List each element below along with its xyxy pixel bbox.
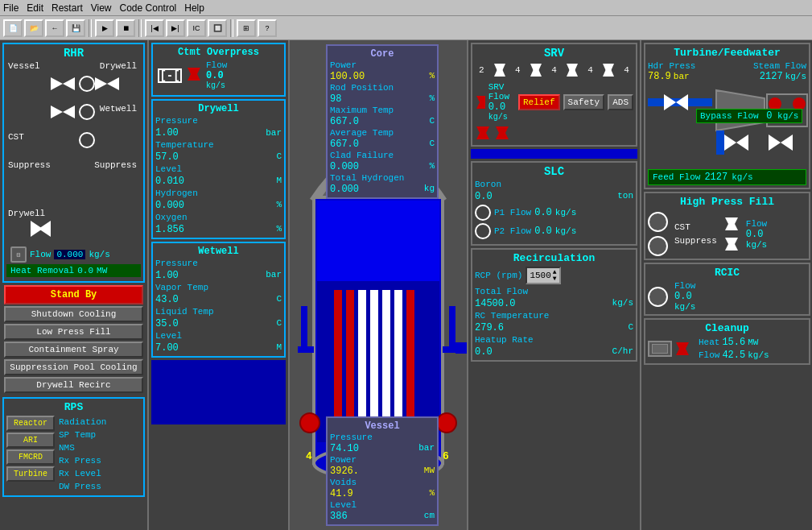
rps-nms[interactable]: NMS <box>57 441 141 454</box>
cleanup-heat-value[interactable]: 15.6 <box>722 337 745 348</box>
ww-press-value[interactable]: 1.00 <box>155 270 179 281</box>
ww-ltemp-unit: C <box>276 318 282 329</box>
heat-removal-value[interactable]: 0.0 <box>77 266 93 275</box>
feed-flow-value[interactable]: 2127 <box>704 172 728 183</box>
menu-code-control[interactable]: Code Control <box>120 2 177 14</box>
containment-spray-btn[interactable]: Containment Spray <box>4 342 143 358</box>
menu-help[interactable]: Help <box>184 2 204 14</box>
dw-o2-value[interactable]: 1.856 <box>155 224 184 235</box>
rps-rx-press[interactable]: Rx Press <box>57 454 141 467</box>
vessel-press-value[interactable]: 74.10 <box>330 443 359 454</box>
shutdown-cooling-btn[interactable]: Shutdown Cooling <box>4 306 143 322</box>
suppression-pool-cooling-btn[interactable]: Suppression Pool Cooling <box>4 359 143 375</box>
max-temp-value[interactable]: 667.0 <box>330 116 359 127</box>
total-flow-value[interactable]: 14500.0 <box>475 298 515 309</box>
rps-sp-temp[interactable]: SP Temp <box>57 429 141 441</box>
boron-value[interactable]: 0.0 <box>475 191 493 202</box>
toolbar-back[interactable]: ← <box>45 19 64 37</box>
ads-btn[interactable]: ADS <box>608 94 633 110</box>
heatup-value[interactable]: 0.0 <box>475 346 493 358</box>
rps-title: RPS <box>6 401 141 413</box>
clad-value[interactable]: 0.000 <box>330 161 359 172</box>
avg-temp-value[interactable]: 667.0 <box>330 139 359 150</box>
svg-marker-53 <box>664 94 676 110</box>
hdr-press-value[interactable]: 78.9 <box>648 71 671 82</box>
suppress-label: Suppress <box>8 160 51 170</box>
rcic-panel: RCIC Flow 0.0 kg/s <box>644 263 810 316</box>
toolbar-run[interactable]: ▶ <box>95 19 114 37</box>
recirc-title: Recirculation <box>475 252 633 264</box>
h2-value[interactable]: 0.000 <box>330 184 359 195</box>
dw-press-label: Pressure <box>155 116 198 126</box>
toolbar-save[interactable]: 💾 <box>66 19 85 37</box>
fmcrd-btn[interactable]: FMCRD <box>6 449 55 465</box>
srv-flow-value[interactable]: 0.0 <box>488 101 515 113</box>
toolbar-step-back[interactable]: |◀ <box>145 19 164 37</box>
toolbar-help[interactable]: ? <box>258 19 277 37</box>
p1-flow-value[interactable]: 0.0 <box>534 207 552 218</box>
dw-press-value[interactable]: 1.00 <box>155 127 179 139</box>
main-content: RHR Vessel Drywell <box>0 40 812 530</box>
rcp-down-arrow[interactable]: ▼ <box>553 275 557 282</box>
toolbar-stop[interactable]: ⏹ <box>116 19 135 37</box>
rps-dw-press[interactable]: DW Press <box>57 480 141 493</box>
vessel-level-label: Level <box>330 500 357 510</box>
srv-flow-label: SRV Flow <box>488 82 515 101</box>
vessel-voids-unit: % <box>429 488 435 499</box>
toolbar-ic2[interactable]: 🔲 <box>208 19 227 37</box>
h2-unit: kg <box>424 184 435 195</box>
toolbar-ic[interactable]: IC <box>187 19 206 37</box>
safety-btn[interactable]: Safety <box>563 94 605 110</box>
cleanup-flow-value[interactable]: 42.5 <box>722 350 745 361</box>
menu-view[interactable]: View <box>91 2 112 14</box>
rps-rx-level[interactable]: Rx Level <box>57 467 141 480</box>
flow-value[interactable]: 0.000 <box>54 250 85 259</box>
drywell-box: Drywell Pressure 1.00 bar Temperature 57… <box>151 99 286 239</box>
rc-temp-unit: C <box>628 322 633 333</box>
menu-file[interactable]: File <box>3 2 19 14</box>
relief-btn[interactable]: Relief <box>518 94 560 110</box>
rcic-flow-value[interactable]: 0.0 <box>674 291 695 302</box>
drywell-recirc-btn[interactable]: Drywell Recirc <box>4 377 143 393</box>
rcp-value[interactable]: 1500 <box>530 271 550 280</box>
p2-flow-unit: kg/s <box>555 226 576 236</box>
dw-temp-value[interactable]: 57.0 <box>155 151 179 163</box>
ww-vtemp-value[interactable]: 43.0 <box>155 294 179 305</box>
dw-h2-value[interactable]: 0.000 <box>155 200 184 211</box>
heat-removal-unit: MW <box>97 266 107 275</box>
menu-edit[interactable]: Edit <box>27 2 43 14</box>
vessel-power-value[interactable]: 3926. <box>330 466 359 477</box>
steam-flow-value[interactable]: 2127 <box>760 71 783 82</box>
ww-level-value[interactable]: 7.00 <box>155 342 179 354</box>
toolbar-open[interactable]: 📂 <box>24 19 43 37</box>
reactor-btn[interactable]: Reactor <box>6 416 55 431</box>
ww-press-label: Pressure <box>155 259 198 268</box>
hpf-flow-value[interactable]: 0.0 <box>746 229 767 240</box>
ww-ltemp-value[interactable]: 35.0 <box>155 318 179 329</box>
ww-press-unit: bar <box>266 270 282 281</box>
menu-restart[interactable]: Restart <box>52 2 83 14</box>
dw-o2-unit: % <box>276 224 282 235</box>
vessel-voids-value[interactable]: 41.9 <box>330 488 353 499</box>
toolbar-grid[interactable]: ⊞ <box>237 19 256 37</box>
rod-pos-value[interactable]: 98 <box>330 93 341 105</box>
vessel-level-value[interactable]: 386 <box>330 511 348 522</box>
core-power-value[interactable]: 100.00 <box>330 71 365 82</box>
toolbar-new[interactable]: 📄 <box>3 19 23 37</box>
rod-pos-unit: % <box>429 93 435 105</box>
ari-btn[interactable]: ARI <box>6 433 55 448</box>
slc-title: SLC <box>475 165 633 178</box>
dw-level-label: Level <box>155 164 182 174</box>
rps-radiation[interactable]: Radiation <box>57 416 141 429</box>
cleanup-title: Cleanup <box>648 322 806 334</box>
flow-value-ctmt[interactable]: 0.0 <box>206 70 227 81</box>
low-press-fill-btn[interactable]: Low Press Fill <box>4 324 143 340</box>
rcp-label: RCP (rpm) <box>475 271 522 280</box>
toolbar-step-fwd[interactable]: ▶| <box>166 19 185 37</box>
p2-flow-value[interactable]: 0.0 <box>534 226 552 237</box>
rc-temp-value[interactable]: 279.6 <box>475 322 504 333</box>
standby-btn[interactable]: Stand By <box>4 285 143 304</box>
dw-level-value[interactable]: 0.010 <box>155 176 184 187</box>
rhr-diagram: Vessel Drywell <box>6 60 141 245</box>
turbine-btn[interactable]: Turbine <box>6 466 55 482</box>
